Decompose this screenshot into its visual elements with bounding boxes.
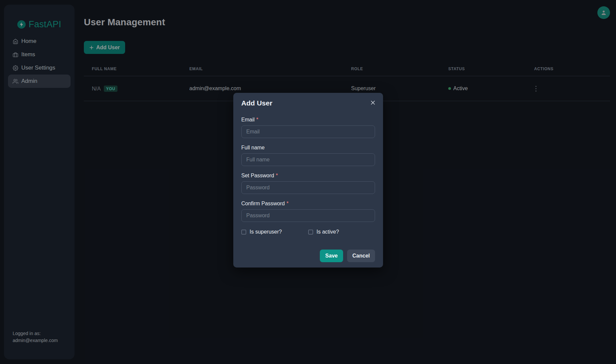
required-asterisk: * [276, 173, 278, 178]
set-password-field-label: Set Password [241, 173, 274, 178]
full-name-input[interactable] [241, 153, 375, 166]
checkbox-icon [241, 230, 246, 235]
checkbox-icon [308, 230, 313, 235]
confirm-password-field-label: Confirm Password [241, 201, 285, 206]
modal-close-button[interactable] [367, 97, 378, 108]
full-name-field-group: Full name [241, 145, 375, 173]
is-superuser-label: Is superuser? [250, 229, 282, 235]
required-asterisk: * [287, 201, 289, 206]
is-superuser-checkbox[interactable]: Is superuser? [241, 229, 308, 235]
save-button[interactable]: Save [320, 250, 343, 262]
full-name-field-label: Full name [241, 145, 265, 150]
set-password-field-group: Set Password* [241, 173, 375, 201]
email-field-group: Email* [241, 117, 375, 145]
set-password-input[interactable] [241, 181, 375, 194]
is-active-label: Is active? [316, 229, 339, 235]
modal-footer: Save Cancel [241, 250, 375, 262]
modal-checkbox-row: Is superuser? Is active? [241, 229, 375, 235]
confirm-password-field-group: Confirm Password* [241, 201, 375, 229]
email-field-label: Email [241, 117, 255, 122]
is-active-checkbox[interactable]: Is active? [308, 229, 375, 235]
add-user-modal: Add User Email* Full name Set Password* … [233, 93, 383, 268]
required-asterisk: * [256, 117, 258, 122]
modal-title: Add User [241, 98, 375, 107]
close-icon [370, 100, 375, 105]
confirm-password-input[interactable] [241, 209, 375, 222]
cancel-button[interactable]: Cancel [347, 250, 375, 262]
email-input[interactable] [241, 125, 375, 138]
